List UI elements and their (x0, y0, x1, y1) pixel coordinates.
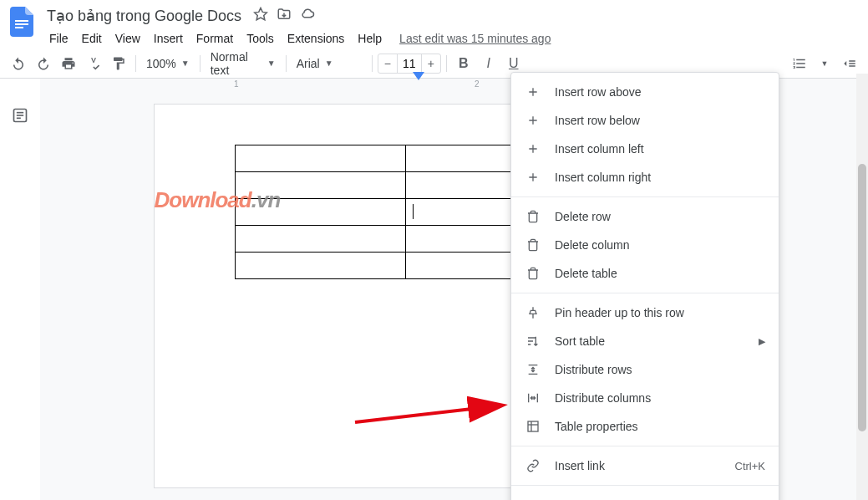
ctx-sort-table[interactable]: Sort table ▶ (511, 327, 779, 355)
ctx-insert-row-above[interactable]: Insert row above (511, 78, 779, 106)
list-caret[interactable]: ▼ (813, 52, 836, 75)
table-context-menu: Insert row above Insert row below Insert… (510, 72, 779, 500)
last-edit-link[interactable]: Last edit was 15 minutes ago (399, 32, 551, 45)
italic-button[interactable]: I (477, 52, 500, 75)
spellcheck-button[interactable] (82, 52, 105, 75)
left-panel (0, 79, 40, 500)
ctx-distribute-cols[interactable]: Distribute columns (511, 384, 779, 412)
ctx-insert-col-right[interactable]: Insert column right (511, 163, 779, 191)
svg-line-16 (355, 406, 501, 422)
svg-rect-1 (15, 23, 28, 25)
font-size-value[interactable]: 11 (397, 54, 422, 73)
font-size-decrease[interactable]: − (378, 54, 397, 73)
menu-format[interactable]: Format (190, 28, 239, 48)
plus-icon (525, 169, 541, 186)
star-icon[interactable] (253, 7, 268, 25)
redo-button[interactable] (32, 52, 55, 75)
ctx-distribute-rows[interactable]: Distribute rows (511, 355, 779, 384)
font-size-group: − 11 + (378, 54, 441, 74)
menu-edit[interactable]: Edit (76, 28, 108, 48)
ctx-view-more[interactable]: View more actions ▶ (511, 491, 779, 500)
annotation-arrow (351, 380, 518, 431)
table-cell[interactable] (235, 226, 406, 253)
ctx-insert-link[interactable]: Insert link Ctrl+K (511, 452, 779, 480)
pin-icon (525, 304, 541, 321)
svg-marker-3 (255, 8, 267, 20)
cloud-status-icon[interactable] (300, 7, 315, 25)
trash-icon (525, 265, 541, 282)
watermark: Download.vn (155, 187, 281, 213)
distribute-rows-icon (525, 361, 541, 378)
font-dropdown[interactable]: Arial▼ (292, 52, 367, 75)
more-vert-icon (525, 497, 541, 500)
docs-logo[interactable] (7, 7, 37, 37)
style-dropdown[interactable]: Normal text▼ (206, 52, 281, 75)
indent-marker[interactable] (413, 72, 424, 82)
distribute-cols-icon (525, 390, 541, 406)
menu-file[interactable]: File (43, 28, 74, 48)
doc-title[interactable]: Tạo bảng trong Google Docs (43, 5, 245, 27)
menu-help[interactable]: Help (352, 28, 388, 48)
undo-button[interactable] (7, 52, 30, 75)
svg-rect-0 (15, 20, 28, 22)
menu-insert[interactable]: Insert (148, 28, 189, 48)
bold-button[interactable]: B (452, 52, 475, 75)
svg-rect-2 (15, 27, 23, 28)
plus-icon (525, 140, 541, 157)
font-size-increase[interactable]: + (422, 54, 440, 73)
ctx-delete-column[interactable]: Delete column (511, 231, 779, 259)
menu-bar: File Edit View Insert Format Tools Exten… (43, 28, 861, 48)
ctx-delete-row[interactable]: Delete row (511, 202, 779, 231)
sort-icon (525, 333, 541, 349)
table-cell[interactable] (235, 253, 406, 279)
ctx-pin-header[interactable]: Pin header up to this row (511, 298, 779, 327)
scrollbar-thumb[interactable] (858, 164, 866, 431)
trash-icon (525, 208, 541, 225)
table-icon (525, 418, 541, 435)
print-button[interactable] (57, 52, 80, 75)
svg-rect-9 (528, 421, 538, 431)
svg-marker-8 (413, 72, 424, 80)
indent-decrease-button[interactable] (838, 52, 861, 75)
zoom-dropdown[interactable]: 100%▼ (141, 52, 195, 75)
ctx-delete-table[interactable]: Delete table (511, 259, 779, 288)
text-cursor (413, 204, 414, 219)
plus-icon (525, 84, 541, 100)
vertical-scrollbar[interactable] (856, 74, 868, 500)
outline-icon[interactable] (8, 104, 32, 127)
ctx-table-properties[interactable]: Table properties (511, 412, 779, 441)
trash-icon (525, 237, 541, 253)
chevron-right-icon: ▶ (759, 336, 765, 347)
plus-icon (525, 112, 541, 129)
ctx-insert-row-below[interactable]: Insert row below (511, 106, 779, 135)
menu-tools[interactable]: Tools (241, 28, 280, 48)
table-cell[interactable] (235, 145, 406, 172)
link-icon (525, 457, 541, 474)
header: Tạo bảng trong Google Docs File Edit Vie… (0, 0, 868, 48)
menu-extensions[interactable]: Extensions (282, 28, 350, 48)
ctx-insert-col-left[interactable]: Insert column left (511, 135, 779, 163)
menu-view[interactable]: View (109, 28, 146, 48)
move-folder-icon[interactable] (277, 7, 292, 25)
paint-format-button[interactable] (107, 52, 130, 75)
numbered-list-button[interactable] (788, 52, 811, 75)
